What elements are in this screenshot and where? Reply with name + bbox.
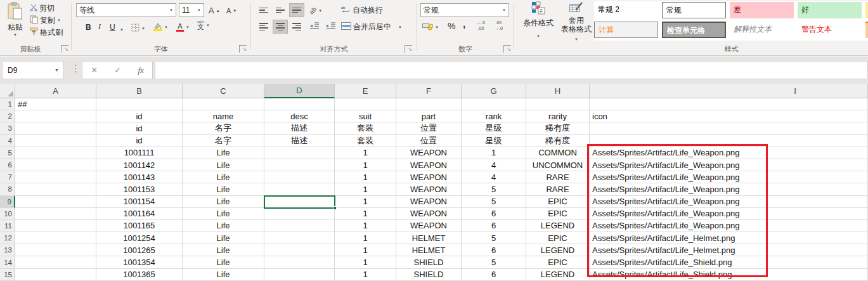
- cell-F14[interactable]: SHIELD: [396, 256, 462, 268]
- cell-H10[interactable]: EPIC: [526, 208, 590, 220]
- borders-button[interactable]: ▼: [131, 22, 145, 34]
- cell-A2[interactable]: [15, 110, 96, 122]
- row-header-7[interactable]: 7: [0, 171, 15, 183]
- cell-B12[interactable]: 1001254: [96, 232, 183, 244]
- cell-H3[interactable]: 稀有度: [526, 122, 590, 134]
- cell-F13[interactable]: HELMET: [396, 244, 462, 256]
- cell-I1[interactable]: [590, 98, 868, 110]
- cell-D3[interactable]: 描述: [264, 122, 335, 134]
- cell-F4[interactable]: 位置: [396, 135, 462, 147]
- select-all-corner[interactable]: [0, 84, 15, 98]
- row-header-4[interactable]: 4: [0, 135, 15, 147]
- cell-style-partial-neutral[interactable]: [865, 2, 868, 18]
- cell-B5[interactable]: 1001111: [96, 147, 183, 159]
- cell-I13[interactable]: Assets/Sprites/Artifact/Life_Helmet.png: [590, 244, 868, 256]
- row-header-1[interactable]: 1: [0, 98, 15, 110]
- cell-A14[interactable]: [15, 256, 96, 268]
- column-header-D[interactable]: D: [264, 84, 335, 98]
- cell-C3[interactable]: 名字: [183, 122, 264, 134]
- cell-E13[interactable]: 1: [335, 244, 396, 256]
- cell-A12[interactable]: [15, 232, 96, 244]
- cell-H2[interactable]: rarity: [526, 110, 590, 122]
- formula-bar-grip[interactable]: ⋮: [71, 63, 81, 74]
- cell-D6[interactable]: [264, 159, 335, 171]
- cell-C1[interactable]: [183, 98, 264, 110]
- row-header-2[interactable]: 2: [0, 110, 15, 122]
- cell-E1[interactable]: [335, 98, 396, 110]
- cell-H11[interactable]: LEGEND: [526, 220, 590, 232]
- cell-E7[interactable]: 1: [335, 171, 396, 183]
- cell-C5[interactable]: Life: [183, 147, 264, 159]
- cell-F10[interactable]: WEAPON: [396, 208, 462, 220]
- percent-style-button[interactable]: %: [448, 20, 455, 32]
- cell-style-bad[interactable]: 差: [730, 2, 794, 18]
- cell-H4[interactable]: 稀有度: [526, 135, 590, 147]
- column-header-C[interactable]: C: [183, 84, 264, 98]
- cell-D14[interactable]: [264, 256, 335, 268]
- format-as-table-button[interactable]: 套用 表格格式 ▼: [560, 1, 593, 42]
- cell-style-normal2[interactable]: 常规 2: [594, 2, 658, 18]
- number-format-combo[interactable]: 常规 ▼: [420, 3, 509, 17]
- cell-A4[interactable]: [15, 135, 96, 147]
- cell-G9[interactable]: 5: [462, 196, 526, 208]
- cell-C8[interactable]: Life: [183, 183, 264, 195]
- cell-G7[interactable]: 4: [462, 171, 526, 183]
- cell-G13[interactable]: 6: [462, 244, 526, 256]
- clipboard-dialog-launcher[interactable]: ↘: [61, 45, 68, 53]
- cell-D7[interactable]: [264, 171, 335, 183]
- cut-button[interactable]: 剪切: [30, 3, 63, 14]
- cell-I11[interactable]: Assets/Sprites/Artifact/Life_Weapon.png: [590, 220, 868, 232]
- cell-E14[interactable]: 1: [335, 256, 396, 268]
- cell-G11[interactable]: 6: [462, 220, 526, 232]
- row-header-13[interactable]: 13: [0, 244, 15, 256]
- row-header-12[interactable]: 12: [0, 232, 15, 244]
- accounting-format-button[interactable]: ▼: [422, 21, 439, 33]
- cell-G14[interactable]: 5: [462, 256, 526, 268]
- cell-H6[interactable]: UNCOMMON: [526, 159, 590, 171]
- increase-indent-button[interactable]: [323, 20, 339, 34]
- cell-I5[interactable]: Assets/Sprites/Artifact/Life_Weapon.png: [590, 147, 868, 159]
- cell-A8[interactable]: [15, 183, 96, 195]
- cell-B4[interactable]: id: [96, 135, 183, 147]
- align-right-button[interactable]: [289, 20, 304, 34]
- cell-E8[interactable]: 1: [335, 183, 396, 195]
- cell-B10[interactable]: 1001164: [96, 208, 183, 220]
- cell-style-partial-input[interactable]: [865, 22, 868, 38]
- enter-button[interactable]: ✓: [114, 65, 121, 75]
- cell-B1[interactable]: [96, 98, 183, 110]
- cell-H9[interactable]: EPIC: [526, 196, 590, 208]
- cell-A11[interactable]: [15, 220, 96, 232]
- cell-D1[interactable]: [264, 98, 335, 110]
- cell-A9[interactable]: [15, 196, 96, 208]
- cell-C15[interactable]: Life: [183, 269, 264, 281]
- cell-G10[interactable]: 6: [462, 208, 526, 220]
- increase-font-size-button[interactable]: A▲: [209, 4, 220, 16]
- cell-E5[interactable]: 1: [335, 147, 396, 159]
- font-name-combo[interactable]: 等线 ▼: [76, 3, 176, 17]
- cell-E2[interactable]: suit: [335, 110, 396, 122]
- cell-style-normal[interactable]: 常规: [662, 2, 726, 18]
- underline-dropdown[interactable]: ▼: [120, 23, 124, 36]
- cell-I2[interactable]: icon: [590, 110, 868, 122]
- cell-F1[interactable]: [396, 98, 462, 110]
- row-header-3[interactable]: 3: [0, 122, 15, 134]
- cell-I9[interactable]: Assets/Sprites/Artifact/Life_Weapon.png: [590, 196, 868, 208]
- cell-C9[interactable]: Life: [183, 196, 264, 208]
- cell-F12[interactable]: HELMET: [396, 232, 462, 244]
- cell-H1[interactable]: [526, 98, 590, 110]
- font-dialog-launcher[interactable]: ↘: [239, 45, 247, 53]
- cell-H13[interactable]: LEGEND: [526, 244, 590, 256]
- cell-B11[interactable]: 1001165: [96, 220, 183, 232]
- cell-B2[interactable]: id: [96, 110, 183, 122]
- cell-B15[interactable]: 1001365: [96, 269, 183, 281]
- cell-A10[interactable]: [15, 208, 96, 220]
- cell-F7[interactable]: WEAPON: [396, 171, 462, 183]
- font-size-combo[interactable]: 11 ▼: [179, 3, 204, 17]
- cell-A1[interactable]: ##: [15, 98, 96, 110]
- row-header-14[interactable]: 14: [0, 256, 15, 268]
- cell-E3[interactable]: 套装: [335, 122, 396, 134]
- cell-C7[interactable]: Life: [183, 171, 264, 183]
- cell-G6[interactable]: 4: [462, 159, 526, 171]
- cell-F2[interactable]: part: [396, 110, 462, 122]
- cell-style-check-cell[interactable]: 检查单元格: [662, 22, 726, 38]
